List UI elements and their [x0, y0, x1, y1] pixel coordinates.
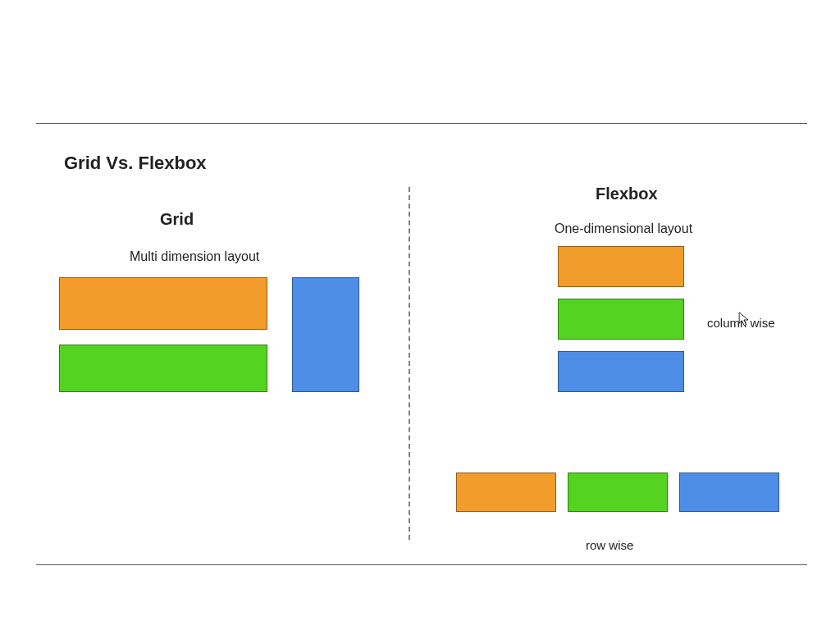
- flex-row-box-green: [568, 472, 668, 512]
- divider-bottom: [36, 564, 807, 565]
- flex-col-box-blue: [558, 351, 684, 392]
- flex-col-box-orange: [558, 246, 684, 287]
- grid-subheading: Multi dimension layout: [130, 249, 259, 264]
- flex-row-box-blue: [679, 472, 779, 512]
- flexbox-heading: Flexbox: [596, 185, 658, 203]
- flex-row-box-orange: [456, 472, 556, 512]
- flex-column-label: column wise: [707, 316, 775, 330]
- grid-box-orange: [59, 277, 267, 330]
- flexbox-subheading: One-dimensional layout: [555, 221, 692, 236]
- page-title: Grid Vs. Flexbox: [64, 153, 207, 174]
- diagram-canvas: Grid Vs. Flexbox Grid Multi dimension la…: [0, 0, 840, 630]
- flex-row-label: row wise: [586, 538, 633, 552]
- grid-box-blue: [292, 277, 359, 392]
- flex-col-box-green: [558, 299, 684, 340]
- grid-heading: Grid: [160, 210, 194, 229]
- grid-box-green: [59, 345, 267, 392]
- divider-top: [36, 123, 807, 124]
- vertical-divider: [409, 187, 410, 540]
